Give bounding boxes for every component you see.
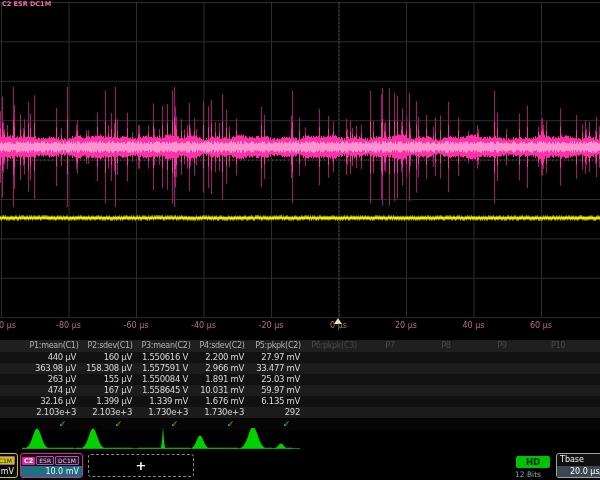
- stat-sdev-cell: [306, 396, 362, 407]
- c2-scale-value: 10.0 mV: [21, 466, 82, 477]
- stat-value-cell: [306, 352, 362, 363]
- param-header[interactable]: P9: [474, 340, 530, 352]
- stat-max-cell: 474 µV: [26, 385, 82, 396]
- stat-num-cell: 2.103e+3: [26, 407, 82, 418]
- stat-num-cell: 292: [250, 407, 306, 418]
- time-tick-label: 40 µs: [463, 321, 485, 330]
- stat-sdev-cell: [362, 396, 418, 407]
- stat-max-cell: [306, 385, 362, 396]
- stat-value-cell: [474, 352, 530, 363]
- param-header[interactable]: P3:mean(C2): [138, 340, 194, 352]
- c2-eres-badge: ESR: [36, 456, 54, 465]
- stat-num-cell: [306, 407, 362, 418]
- measurement-histicons: [0, 428, 600, 452]
- stat-max-cell: 167 µV: [82, 385, 138, 396]
- stat-max-cell: [362, 385, 418, 396]
- stat-mean-cell: [362, 363, 418, 374]
- stat-num-cell: [474, 407, 530, 418]
- bottom-toolbar: DC1M 10.0 mV C2 ESR DC1M 10.0 mV + HD 12…: [0, 452, 600, 480]
- stat-sdev-cell: 1.676 mV: [194, 396, 250, 407]
- stat-num-cell: [530, 407, 586, 418]
- stat-value-cell: 1.550616 V: [138, 352, 194, 363]
- stat-max-cell: 59.97 mV: [250, 385, 306, 396]
- stat-num-cell: 1.730e+3: [194, 407, 250, 418]
- stat-value-cell: 27.97 mV: [250, 352, 306, 363]
- stat-num-cell: [418, 407, 474, 418]
- measurement-table: P1:mean(C1)P2:sdev(C1)P3:mean(C2)P4:sdev…: [0, 340, 600, 430]
- hd-mode-badge[interactable]: HD: [516, 456, 550, 468]
- stat-mean-cell: 1.557591 V: [138, 363, 194, 374]
- stat-value-cell: [362, 352, 418, 363]
- c1-coupling-badge: DC1M: [0, 456, 15, 465]
- stat-max-cell: 1.558645 V: [138, 385, 194, 396]
- channel-c1-descriptor[interactable]: DC1M 10.0 mV: [0, 453, 18, 478]
- stat-mean-cell: 158.308 µV: [82, 363, 138, 374]
- param-header[interactable]: P5:pkpk(C2): [250, 340, 306, 352]
- stat-mean-cell: [306, 363, 362, 374]
- stat-sdev-cell: 1.339 mV: [138, 396, 194, 407]
- time-tick-label: -40 µs: [191, 321, 216, 330]
- param-header[interactable]: P8: [418, 340, 474, 352]
- stat-min-cell: [530, 374, 586, 385]
- c2-coupling-badge: DC1M: [55, 456, 79, 465]
- stat-min-cell: 25.03 mV: [250, 374, 306, 385]
- stat-mean-cell: [530, 363, 586, 374]
- stat-value-cell: [418, 352, 474, 363]
- stat-mean-cell: 363.98 µV: [26, 363, 82, 374]
- c1-scale-value: 10.0 mV: [0, 466, 17, 477]
- timebase-descriptor[interactable]: Tbase 20.0 µs/div: [556, 453, 600, 478]
- stat-min-cell: 263 µV: [26, 374, 82, 385]
- timebase-label: Tbase: [557, 454, 600, 466]
- stat-min-cell: [306, 374, 362, 385]
- trace-annotation-label: C2 ESR DC1M: [2, 0, 51, 9]
- param-header[interactable]: P6:pkpk(C3): [306, 340, 362, 352]
- stat-max-cell: 10.031 mV: [194, 385, 250, 396]
- param-header[interactable]: P4:sdev(C2): [194, 340, 250, 352]
- stat-max-cell: [418, 385, 474, 396]
- c2-label-badge: C2: [22, 457, 35, 465]
- stat-min-cell: [474, 374, 530, 385]
- stat-min-cell: 155 µV: [82, 374, 138, 385]
- time-tick-label: 0 µs: [330, 321, 347, 330]
- stat-mean-cell: [474, 363, 530, 374]
- stat-min-cell: [418, 374, 474, 385]
- stat-value-cell: 160 µV: [82, 352, 138, 363]
- stat-sdev-cell: 1.399 µV: [82, 396, 138, 407]
- time-tick-label: 20 µs: [395, 321, 417, 330]
- stat-mean-cell: 33.477 mV: [250, 363, 306, 374]
- stat-min-cell: 1.891 mV: [194, 374, 250, 385]
- time-tick-label: 60 µs: [530, 321, 552, 330]
- stat-sdev-cell: 6.135 mV: [250, 396, 306, 407]
- param-header[interactable]: P1:mean(C1): [26, 340, 82, 352]
- time-tick-label: -80 µs: [56, 321, 81, 330]
- stat-min-cell: 1.550084 V: [138, 374, 194, 385]
- stat-value-cell: 440 µV: [26, 352, 82, 363]
- channel-c2-descriptor[interactable]: C2 ESR DC1M 10.0 mV: [20, 453, 83, 478]
- stat-max-cell: [474, 385, 530, 396]
- time-tick-label: -20 µs: [259, 321, 284, 330]
- stat-num-cell: 2.103e+3: [82, 407, 138, 418]
- waveform-display[interactable]: [0, 0, 600, 320]
- stat-num-cell: [362, 407, 418, 418]
- stat-sdev-cell: [530, 396, 586, 407]
- oscilloscope-screen: C2 ESR DC1M -100 µs-80 µs-60 µs-40 µs-20…: [0, 0, 600, 480]
- stat-mean-cell: [418, 363, 474, 374]
- param-header[interactable]: P2:sdev(C1): [82, 340, 138, 352]
- param-header[interactable]: P10: [530, 340, 586, 352]
- stat-sdev-cell: [418, 396, 474, 407]
- time-axis: -100 µs-80 µs-60 µs-40 µs-20 µs0 µs20 µs…: [0, 321, 600, 333]
- stat-min-cell: [362, 374, 418, 385]
- stat-value-cell: [530, 352, 586, 363]
- stat-sdev-cell: [474, 396, 530, 407]
- stat-mean-cell: 2.966 mV: [194, 363, 250, 374]
- time-tick-label: -60 µs: [124, 321, 149, 330]
- stat-sdev-cell: 32.16 µV: [26, 396, 82, 407]
- stat-max-cell: [530, 385, 586, 396]
- stat-num-cell: 1.730e+3: [138, 407, 194, 418]
- param-header[interactable]: P7: [362, 340, 418, 352]
- stat-value-cell: 2.200 mV: [194, 352, 250, 363]
- hd-bits-label: 12 Bits: [515, 470, 555, 479]
- timebase-value: 20.0 µs/div: [557, 466, 600, 477]
- time-tick-label: -100 µs: [0, 321, 16, 330]
- add-trace-button[interactable]: +: [88, 454, 194, 477]
